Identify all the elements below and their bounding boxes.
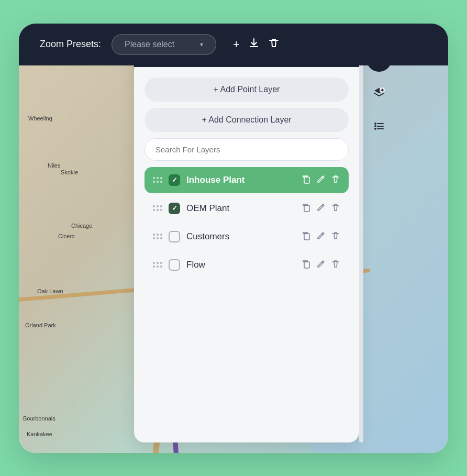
list-sidebar-button[interactable] xyxy=(366,114,392,139)
copy-icon-inhouse[interactable] xyxy=(302,174,311,186)
toolbar-actions: + xyxy=(233,37,280,52)
delete-icon-flow[interactable] xyxy=(331,259,340,271)
add-layer-sidebar-button[interactable] xyxy=(366,80,392,105)
add-point-layer-button[interactable]: + Add Point Layer xyxy=(144,78,349,102)
download-zoom-button[interactable] xyxy=(248,37,260,52)
svg-rect-14 xyxy=(304,262,309,268)
drag-handle-flow[interactable] xyxy=(153,262,162,268)
drag-handle-customers[interactable] xyxy=(153,234,162,239)
delete-icon-customers[interactable] xyxy=(331,231,340,242)
edit-icon-flow[interactable] xyxy=(316,259,326,271)
svg-rect-12 xyxy=(304,205,309,212)
layer-actions-customers xyxy=(302,231,340,242)
edit-icon-oem[interactable] xyxy=(316,203,326,214)
layer-name-flow: Flow xyxy=(186,260,295,270)
layer-item-inhouse: Inhouse Plant xyxy=(144,167,349,193)
layer-item-flow: Flow xyxy=(144,252,349,278)
edit-icon-inhouse[interactable] xyxy=(316,174,326,186)
svg-rect-13 xyxy=(304,234,309,240)
svg-point-19 xyxy=(374,125,376,127)
layer-name-customers: Customers xyxy=(186,231,295,242)
delete-icon-inhouse[interactable] xyxy=(331,174,340,186)
checkbox-inhouse[interactable] xyxy=(169,174,180,186)
zoom-select-value: Please select xyxy=(125,40,174,49)
copy-icon-flow[interactable] xyxy=(302,259,311,271)
edit-icon-customers[interactable] xyxy=(316,231,326,242)
plus-icon: + xyxy=(233,38,240,51)
layer-actions-oem xyxy=(302,203,340,214)
layer-item-oem: OEM Plant xyxy=(144,195,349,222)
svg-rect-11 xyxy=(304,177,309,183)
copy-icon-customers[interactable] xyxy=(302,231,311,242)
checkbox-customers[interactable] xyxy=(169,231,180,242)
trash-icon xyxy=(268,37,280,52)
chevron-down-icon: ▾ xyxy=(200,41,203,48)
layer-list: Inhouse Plant xyxy=(144,167,349,278)
search-layers-input[interactable] xyxy=(144,138,349,161)
delete-zoom-button[interactable] xyxy=(268,37,280,52)
zoom-select-dropdown[interactable]: Please select ▾ xyxy=(112,34,216,55)
right-sidebar xyxy=(363,34,395,453)
zoom-presets-label: Zoom Presets: xyxy=(40,39,101,50)
svg-point-20 xyxy=(374,128,376,130)
drag-handle-inhouse[interactable] xyxy=(153,177,162,183)
layer-item-customers: Customers xyxy=(144,224,349,250)
layer-name-oem: OEM Plant xyxy=(186,203,295,214)
panel-overlay: Layer + Add Point Layer + Add Connection… xyxy=(134,24,448,453)
panel-body: + Add Point Layer + Add Connection Layer… xyxy=(134,67,359,442)
layer-name-inhouse: Inhouse Plant xyxy=(186,175,295,185)
checkbox-oem[interactable] xyxy=(169,203,180,214)
delete-icon-oem[interactable] xyxy=(331,203,340,214)
checkbox-flow[interactable] xyxy=(169,259,180,271)
layer-actions-flow xyxy=(302,259,340,271)
add-connection-layer-button[interactable]: + Add Connection Layer xyxy=(144,108,349,132)
layer-panel: Layer + Add Point Layer + Add Connection… xyxy=(134,34,359,442)
svg-point-18 xyxy=(374,123,376,125)
add-zoom-button[interactable]: + xyxy=(233,37,240,52)
toolbar: Zoom Presets: Please select ▾ + xyxy=(19,24,448,65)
layer-actions-inhouse xyxy=(302,174,340,186)
copy-icon-oem[interactable] xyxy=(302,203,311,214)
download-icon xyxy=(248,37,260,52)
drag-handle-oem[interactable] xyxy=(153,205,162,211)
main-card: Zoom Presets: Please select ▾ + xyxy=(19,24,448,453)
